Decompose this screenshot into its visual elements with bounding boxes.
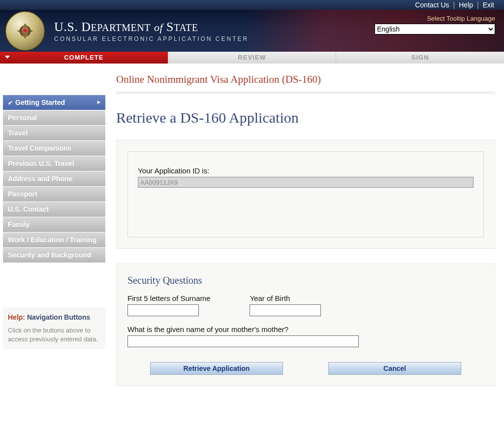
help-topic: Navigation Buttons [27,313,90,321]
sidebar-item-personal[interactable]: Personal [3,110,105,126]
sidebar-item-getting-started[interactable]: Getting Started [3,95,105,110]
separator: | [453,1,455,9]
sidebar-item-address-phone[interactable]: Address and Phone [3,171,105,187]
state-department-seal-icon [5,11,45,51]
security-questions-heading: Security Questions [127,275,484,286]
help-link[interactable]: Help [459,1,473,9]
sidebar-item-work-education-training[interactable]: Work / Education / Training [3,232,105,248]
surname-input[interactable] [127,304,199,316]
surname-label: First 5 letters of Surname [127,294,210,302]
separator: | [477,1,479,9]
dept-text: S [166,20,174,34]
application-id-box: Your Application ID is: [127,151,484,237]
tab-complete[interactable]: COMPLETE [0,52,168,64]
contact-us-link[interactable]: Contact Us [415,1,449,9]
progress-tabs: COMPLETE REVIEW SIGN [0,52,504,64]
year-of-birth-input[interactable] [250,304,321,316]
help-panel: Help: Navigation Buttons Click on the bu… [3,307,105,349]
retrieve-application-button[interactable]: Retrieve Application [150,362,283,375]
dept-text: U.S. D [54,20,91,34]
security-questions-panel: Security Questions First 5 letters of Su… [116,264,495,386]
year-of-birth-label: Year of Birth [250,294,321,302]
divider [116,92,495,95]
main-content: Online Nonimmigrant Visa Application (DS… [107,67,504,416]
tab-sign[interactable]: SIGN [336,52,504,64]
application-id-label: Your Application ID is: [138,166,473,175]
page-title: Retrieve a DS-160 Application [116,109,495,126]
dept-text: EPARTMENT [91,22,151,33]
dept-text: of [154,21,163,33]
tooltip-language-select[interactable]: English [375,24,495,34]
tooltip-language-selector: Select Tooltip Language English [375,15,495,34]
page-subtitle: Online Nonimmigrant Visa Application (DS… [116,73,495,86]
cancel-button[interactable]: Cancel [328,362,461,375]
sidebar-item-security-background[interactable]: Security and Background [3,248,105,263]
exit-link[interactable]: Exit [483,1,494,9]
sidebar-item-us-contact[interactable]: U.S. Contact [3,202,105,217]
ceac-subtitle: CONSULAR ELECTRONIC APPLICATION CENTER [54,35,249,42]
tooltip-language-label: Select Tooltip Language [375,15,495,22]
header-banner: U.S. DEPARTMENT of STATE CONSULAR ELECTR… [0,10,504,52]
tab-review[interactable]: REVIEW [168,52,336,64]
application-id-panel: Your Application ID is: [116,140,495,249]
sidebar-item-previous-us-travel[interactable]: Previous U.S. Travel [3,156,105,171]
svg-point-1 [23,28,28,33]
help-text: Click on the buttons above to access pre… [8,326,100,343]
application-id-input [138,177,473,188]
sidebar-item-travel[interactable]: Travel [3,126,105,141]
chevron-down-icon [5,56,10,59]
help-label: Help: [8,313,25,321]
sidebar-item-passport[interactable]: Passport [3,187,105,202]
mother-name-input[interactable] [127,335,359,347]
sidebar-nav: Getting Started Personal Travel Travel C… [0,67,107,416]
top-utility-bar: Contact Us | Help | Exit [0,0,504,10]
tab-label: COMPLETE [64,54,103,61]
sidebar-item-travel-companions[interactable]: Travel Companions [3,141,105,156]
banner-title: U.S. DEPARTMENT of STATE CONSULAR ELECTR… [54,20,249,42]
sidebar-item-family[interactable]: Family [3,217,105,232]
dept-text: TATE [174,22,198,33]
mother-name-label: What is the given name of your mother's … [127,325,484,333]
